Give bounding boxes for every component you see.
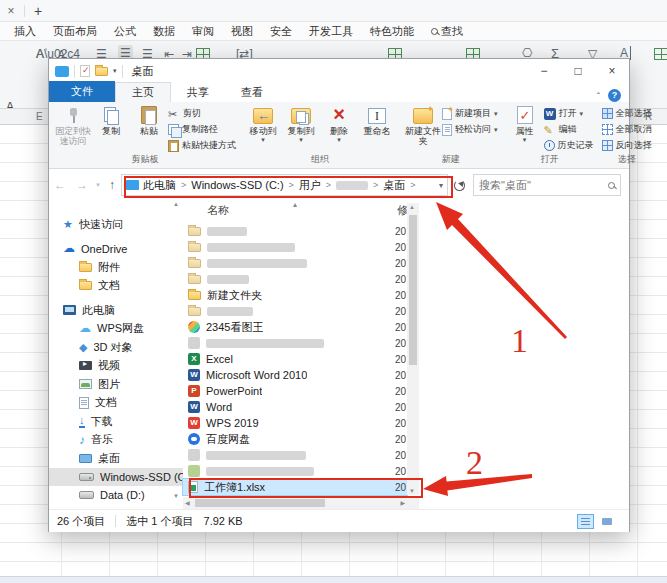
breadcrumb-segment-0[interactable]: 此电脑: [143, 178, 176, 193]
sidebar-item-文档[interactable]: 文档: [49, 277, 183, 296]
excel-menu-7[interactable]: 开发工具: [309, 24, 353, 39]
nav-scroll-down-icon[interactable]: ▼: [173, 493, 179, 499]
breadcrumb-user-redacted[interactable]: [336, 181, 368, 190]
table-row[interactable]: 百度网盘20: [183, 431, 407, 447]
breadcrumb-segment-2[interactable]: 用户: [299, 178, 321, 193]
recent-locations-icon[interactable]: ▾: [93, 181, 103, 189]
refresh-icon[interactable]: [454, 180, 465, 191]
sidebar-item-视频[interactable]: 视频: [49, 357, 183, 376]
ribbon-selectall-button[interactable]: 全部选择: [602, 107, 652, 120]
search-input[interactable]: [479, 179, 608, 191]
quick-access-properties-icon[interactable]: [80, 65, 90, 77]
horizontal-scrollbar[interactable]: ◀ ▶: [183, 497, 419, 509]
ribbon-copypath-button[interactable]: 复制路径: [168, 123, 236, 136]
table-row[interactable]: Word20: [183, 399, 407, 415]
vertical-scrollbar[interactable]: ▲ ▼: [407, 203, 419, 495]
sidebar-item-WPS网盘[interactable]: WPS网盘: [49, 320, 183, 339]
ribbon-selectnone-button[interactable]: 全部取消: [602, 123, 652, 136]
sidebar-item-此电脑[interactable]: 此电脑: [49, 301, 183, 320]
table-row[interactable]: 20: [183, 271, 407, 287]
row-col-icon[interactable]: [654, 48, 667, 60]
help-icon[interactable]: ?: [608, 89, 621, 102]
font-grow-icon[interactable]: Aʾ: [36, 47, 48, 61]
ribbon-history-button[interactable]: 历史记录: [544, 139, 594, 152]
close-button[interactable]: ×: [595, 59, 629, 83]
ribbon-open-button[interactable]: 打开▾: [544, 107, 594, 120]
address-bar[interactable]: 此电脑>Windows-SSD (C:)>用户>>桌面>▾: [121, 174, 448, 196]
scroll-up-icon[interactable]: ▲: [409, 204, 415, 210]
collapse-ribbon-icon[interactable]: ˆ: [597, 91, 600, 101]
excel-tab-close-icon[interactable]: ×: [0, 4, 22, 18]
details-view-button[interactable]: [577, 514, 594, 529]
excel-menu-1[interactable]: 页面布局: [53, 24, 97, 39]
up-icon[interactable]: ↑: [103, 178, 121, 192]
excel-menu-2[interactable]: 公式: [114, 24, 136, 39]
table-row[interactable]: 20: [183, 223, 407, 239]
excel-find-menu[interactable]: 查找: [431, 24, 463, 39]
ribbon-pasteshortcut-button[interactable]: 粘贴快捷方式: [168, 139, 236, 152]
ribbon-newitem-button[interactable]: 新建项目▾: [442, 107, 498, 120]
table-row[interactable]: Excel20: [183, 351, 407, 367]
scrollbar-thumb[interactable]: [409, 215, 417, 365]
table-row[interactable]: WPS 201920: [183, 415, 407, 431]
forward-icon[interactable]: →: [71, 178, 93, 192]
excel-menu-4[interactable]: 审阅: [192, 24, 214, 39]
date-column-header[interactable]: 修改日期: [397, 203, 407, 218]
table-row[interactable]: 新建文件夹20: [183, 287, 407, 303]
thumbnail-view-button[interactable]: [598, 514, 615, 529]
breadcrumb-segment-4[interactable]: 桌面: [383, 178, 405, 193]
ribbon-easyaccess-button[interactable]: 轻松访问▾: [442, 123, 498, 136]
ribbon-newfolder-button[interactable]: 新建文件夹: [404, 104, 442, 146]
tab-home[interactable]: 主页: [115, 82, 171, 102]
maximize-button[interactable]: □: [561, 59, 595, 83]
ribbon-copyto-button[interactable]: 复制到▾: [282, 104, 320, 144]
table-row[interactable]: Microsoft Word 201020: [183, 367, 407, 383]
sidebar-item-图片[interactable]: 图片: [49, 375, 183, 394]
table-row[interactable]: 20: [183, 463, 407, 479]
explorer-title-bar[interactable]: ▾ 桌面 − □ ×: [49, 59, 629, 83]
excel-menu-5[interactable]: 视图: [231, 24, 253, 39]
nav-scroll-up-icon[interactable]: ▲: [173, 201, 179, 207]
scroll-left-icon[interactable]: ◀: [185, 499, 190, 506]
sidebar-item-3D 对象[interactable]: 3D 对象: [49, 338, 183, 357]
ribbon-rename-button[interactable]: 重命名: [358, 104, 396, 136]
tab-file[interactable]: 文件: [49, 81, 115, 102]
excel-new-tab-button[interactable]: +: [27, 3, 49, 19]
sidebar-item-下载[interactable]: 下载: [49, 412, 183, 431]
table-row[interactable]: 20: [183, 335, 407, 351]
chevron-down-icon[interactable]: ▾: [439, 181, 443, 190]
ribbon-moveto-button[interactable]: 移动到▾: [244, 104, 282, 144]
ribbon-cut-button[interactable]: 剪切: [168, 107, 236, 120]
excel-scrollbar-strip[interactable]: [0, 576, 667, 583]
sidebar-item-文档[interactable]: 文档: [49, 394, 183, 413]
back-icon[interactable]: ←: [49, 178, 71, 192]
quick-access-newfolder-icon[interactable]: [95, 67, 108, 76]
ribbon-copy-button[interactable]: 复制: [92, 104, 130, 136]
table-row[interactable]: 20: [183, 447, 407, 463]
sidebar-item-Data (D:)[interactable]: Data (D:): [49, 486, 183, 505]
excel-menu-6[interactable]: 安全: [270, 24, 292, 39]
table-row[interactable]: 工作簿1.xlsx20: [183, 479, 407, 495]
ribbon-delete-button[interactable]: 删除▾: [320, 104, 358, 144]
sidebar-item-音乐[interactable]: 音乐: [49, 431, 183, 450]
excel-menu-3[interactable]: 数据: [153, 24, 175, 39]
sidebar-item-桌面[interactable]: 桌面: [49, 449, 183, 468]
sidebar-item-OneDrive[interactable]: OneDrive: [49, 240, 183, 259]
tab-view[interactable]: 查看: [225, 83, 279, 102]
table-row[interactable]: 20: [183, 255, 407, 271]
sidebar-item-快速访问[interactable]: 快速访问: [49, 215, 183, 234]
sidebar-item-附件[interactable]: 附件: [49, 258, 183, 277]
table-row[interactable]: 20: [183, 239, 407, 255]
table-row[interactable]: 20: [183, 303, 407, 319]
ribbon-properties-button[interactable]: 属性▾: [506, 104, 544, 144]
search-box[interactable]: [473, 174, 621, 196]
table-row[interactable]: PowerPoint20: [183, 383, 407, 399]
breadcrumb-segment-1[interactable]: Windows-SSD (C:): [191, 179, 283, 191]
tab-share[interactable]: 共享: [171, 83, 225, 102]
ribbon-pin-button[interactable]: 固定到快速访问: [54, 104, 92, 146]
scroll-down-icon[interactable]: ▼: [409, 488, 415, 494]
scrollbar-thumb[interactable]: [195, 499, 325, 507]
sidebar-item-Windows-SSD (C:)[interactable]: Windows-SSD (C:): [49, 468, 183, 487]
ribbon-edit-button[interactable]: 编辑: [544, 123, 594, 136]
ribbon-paste-button[interactable]: 粘贴: [130, 104, 168, 136]
